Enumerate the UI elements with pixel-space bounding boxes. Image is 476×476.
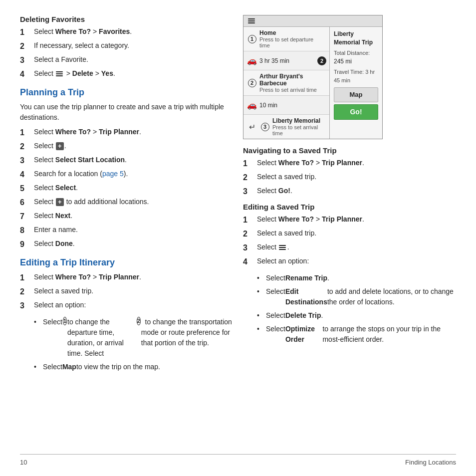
section-deleting-favorites: Deleting Favorites 1 Select Where To? > …	[20, 15, 233, 80]
edit-saved-steps: 1 Select Where To? > Trip Planner. 2 Sel…	[243, 214, 456, 268]
nav-saved-trip-heading: Navigating to a Saved Trip	[243, 146, 456, 155]
travel-label: Travel Time: 3 hr 45 min	[334, 68, 378, 84]
page5-link[interactable]: page 5	[102, 170, 124, 178]
nav-saved-steps: 1 Select Where To? > Trip Planner. 2 Sel…	[243, 158, 456, 198]
arthur-label: Arthur Bryant's Barbecue	[259, 73, 325, 87]
diagram-left: 1 Home Press to set departure time 🚗	[243, 27, 330, 139]
diagram-row-arthur: 2 Arthur Bryant's Barbecue Press to set …	[243, 70, 329, 96]
plan-step-5: 5 Select Select.	[20, 183, 233, 195]
edit-s-step-2: 2 Select a saved trip.	[243, 228, 456, 240]
edit-s-sub-2: Select Edit Destinations to add and dele…	[257, 286, 456, 307]
distance-label: Total Distance:	[334, 49, 378, 57]
step-2: 2 If necessary, select a category.	[20, 40, 233, 52]
circle-3-diag: 3	[259, 123, 270, 131]
section-editing-saved-trip: Editing a Saved Trip 1 Select Where To? …	[243, 203, 456, 345]
home-label: Home	[259, 29, 325, 36]
footer-section-label: Finding Locations	[405, 459, 456, 466]
map-button[interactable]: Map	[334, 87, 378, 102]
editing-itinerary-substeps: Select 1 to change the departure time, d…	[34, 317, 233, 372]
travel-time-2: 10 min	[259, 102, 277, 109]
distance-value: 245 mi	[334, 57, 378, 66]
plan-step-1: 1 Select Where To? > Trip Planner.	[20, 127, 233, 139]
trip-diagram: 1 Home Press to set departure time 🚗	[243, 15, 383, 139]
plan-step-3: 3 Select Select Start Location.	[20, 155, 233, 167]
plan-step-9: 9 Select Done.	[20, 238, 233, 250]
planning-steps: 1 Select Where To? > Trip Planner. 2 Sel…	[20, 127, 233, 250]
edit-it-step-1: 1 Select Where To? > Trip Planner.	[20, 272, 233, 284]
summary-title: Liberty Memorial Trip	[334, 30, 378, 47]
edit-s-step-3: 3 Select .	[243, 242, 456, 254]
back-arrow-icon: ↵	[246, 122, 257, 132]
page-footer: 10 Finding Locations	[20, 454, 456, 466]
planning-trip-heading: Planning a Trip	[20, 87, 233, 98]
edit-s-sub-1: Select Rename Trip.	[257, 273, 456, 283]
go-button[interactable]: Go!	[334, 104, 378, 120]
plan-step-8: 8 Enter a name.	[20, 225, 233, 237]
edit-s-sub-3: Select Delete Trip.	[257, 310, 456, 321]
section-editing-trip-itinerary: Editing a Trip Itinerary 1 Select Where …	[20, 257, 233, 372]
arthur-sub: Press to set arrival time	[259, 87, 325, 93]
editing-itinerary-heading: Editing a Trip Itinerary	[20, 257, 233, 268]
edit-it-sub-1: Select 1 to change the departure time, d…	[34, 317, 233, 359]
deleting-steps: 1 Select Where To? > Favorites. 2 If nec…	[20, 26, 233, 80]
menu-icon-edit	[279, 244, 287, 251]
right-column: 1 Home Press to set departure time 🚗	[243, 15, 456, 449]
plus-icon-2: +	[56, 198, 64, 206]
section-navigating-saved-trip: Navigating to a Saved Trip 1 Select Wher…	[243, 146, 456, 198]
step-4: 4 Select > Delete > Yes.	[20, 68, 233, 80]
plan-step-2: 2 Select +.	[20, 141, 233, 153]
menu-icon	[56, 70, 64, 77]
circle-1-diag: 1	[246, 35, 257, 43]
car-icon-2: 🚗	[246, 100, 257, 110]
nav-step-2: 2 Select a saved trip.	[243, 172, 456, 184]
plan-step-4: 4 Search for a location (page 5).	[20, 169, 233, 181]
deleting-favorites-heading: Deleting Favorites	[20, 15, 233, 23]
circle-2-icon: 2	[137, 317, 141, 325]
header-menu-icon	[248, 17, 256, 24]
edit-saved-trip-heading: Editing a Saved Trip	[243, 203, 456, 211]
step-3: 3 Select a Favorite.	[20, 54, 233, 66]
two-col-layout: Deleting Favorites 1 Select Where To? > …	[20, 15, 456, 449]
circle-1-icon: 1	[63, 317, 67, 325]
diagram-row-liberty: ↵ 3 Liberty Memorial Press to set arriva…	[243, 115, 329, 139]
travel-time-1: 3 hr 35 min	[259, 57, 289, 64]
diagram-inner: 1 Home Press to set departure time 🚗	[243, 27, 382, 139]
edit-it-sub-2: Select Map to view the trip on the map.	[34, 362, 233, 372]
car-icon-1: 🚗	[246, 56, 257, 65]
nav-step-3: 3 Select Go!.	[243, 186, 456, 198]
plan-step-6: 6 Select + to add additional locations.	[20, 197, 233, 209]
liberty-sub: Press to set arrival time	[272, 124, 325, 136]
step-1: 1 Select Where To? > Favorites.	[20, 26, 233, 38]
edit-s-step-4: 4 Select an option:	[243, 256, 456, 268]
diagram-header-icon	[247, 17, 258, 24]
diagram-row-home: 1 Home Press to set departure time	[243, 27, 329, 51]
plus-icon: +	[56, 142, 64, 150]
left-column: Deleting Favorites 1 Select Where To? > …	[20, 15, 233, 449]
page-number: 10	[20, 459, 27, 466]
circle-2-diag: 2	[246, 79, 257, 87]
diagram-header-row	[243, 15, 382, 27]
edit-s-step-1: 1 Select Where To? > Trip Planner.	[243, 214, 456, 226]
edit-s-sub-4: Select Optimize Order to arrange the sto…	[257, 324, 456, 345]
badge-2: 2	[317, 56, 326, 65]
diagram-summary: Liberty Memorial Trip Total Distance: 24…	[330, 27, 382, 139]
edit-it-step-3: 3 Select an option:	[20, 300, 233, 312]
diagram-row-travel-1: 🚗 3 hr 35 min 2	[243, 51, 329, 70]
home-sub: Press to set departure time	[259, 36, 325, 48]
plan-step-7: 7 Select Next.	[20, 211, 233, 223]
diagram-row-travel-2: 🚗 10 min	[243, 96, 329, 115]
planning-intro: You can use the trip planner to create a…	[20, 102, 233, 123]
edit-saved-substeps: Select Rename Trip. Select Edit Destinat…	[257, 273, 456, 345]
editing-itinerary-steps: 1 Select Where To? > Trip Planner. 2 Sel…	[20, 272, 233, 312]
liberty-label: Liberty Memorial	[272, 117, 325, 124]
page: Deleting Favorites 1 Select Where To? > …	[0, 0, 476, 476]
edit-it-step-2: 2 Select a saved trip.	[20, 286, 233, 298]
nav-step-1: 1 Select Where To? > Trip Planner.	[243, 158, 456, 170]
section-planning-trip: Planning a Trip You can use the trip pla…	[20, 87, 233, 250]
